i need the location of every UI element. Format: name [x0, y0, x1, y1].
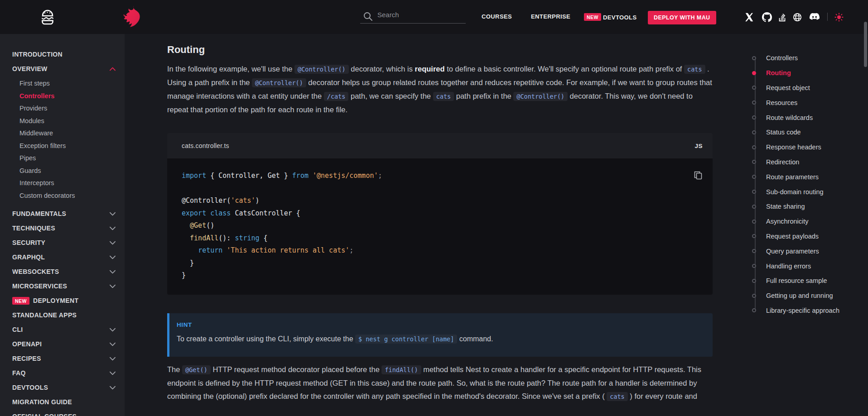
deploy-with-mau-button[interactable]: DEPLOY WITH MAU	[648, 11, 716, 24]
sidebar-section-label: FUNDAMENTALS	[12, 210, 66, 217]
sidebar-section-recipes[interactable]: RECIPES	[0, 351, 125, 366]
toc-item-sub-domain-routing[interactable]: Sub-domain routing	[752, 184, 868, 199]
github-icon[interactable]	[762, 12, 772, 22]
sidebar-section-official-courses[interactable]: OFFICIAL COURSES	[0, 409, 125, 416]
chevron-down-icon	[110, 342, 116, 346]
sidebar-item-guards[interactable]: Guards	[0, 165, 125, 177]
nav-enterprise[interactable]: ENTERPRISE	[531, 13, 570, 20]
sidebar-item-interceptors[interactable]: Interceptors	[0, 177, 125, 190]
sidebar-item-first-steps[interactable]: First steps	[0, 77, 125, 90]
new-badge: NEW	[12, 297, 29, 305]
code-line: import { Controller, Get } from '@nestjs…	[182, 170, 704, 182]
sidebar-item-providers[interactable]: Providers	[0, 102, 125, 115]
toc-item-routing[interactable]: Routing	[752, 66, 868, 81]
copy-icon[interactable]	[693, 170, 703, 180]
text-run: ) for every route and	[628, 392, 697, 400]
chevron-down-icon	[110, 328, 116, 332]
search-input[interactable]	[376, 10, 463, 19]
sidebar-section-standalone-apps[interactable]: STANDALONE APPS	[0, 308, 125, 322]
toc-item-handling-errors[interactable]: Handling errors	[752, 258, 868, 273]
toc-item-route-wildcards[interactable]: Route wildcards	[752, 110, 868, 125]
code-line: return 'This action returns all cats';	[182, 244, 704, 257]
sidebar-section-faq[interactable]: FAQ	[0, 366, 125, 380]
code-line	[182, 182, 704, 195]
sidebar-section-overview[interactable]: OVERVIEW	[0, 62, 125, 76]
toc-label: Redirection	[766, 158, 799, 166]
toc-item-query-parameters[interactable]: Query parameters	[752, 244, 868, 258]
chevron-up-icon	[110, 67, 116, 71]
toc-label: Routing	[766, 69, 791, 77]
sidebar-section-migration-guide[interactable]: MIGRATION GUIDE	[0, 395, 125, 409]
toc-item-status-code[interactable]: Status code	[752, 125, 868, 140]
toc-item-resources[interactable]: Resources	[752, 95, 868, 110]
toc-item-response-headers[interactable]: Response headers	[752, 140, 868, 155]
toc-bullet-icon	[752, 279, 756, 283]
inline-code: findAll()	[381, 365, 421, 374]
sidebar-section-label: MIGRATION GUIDE	[12, 398, 72, 406]
theme-toggle-sun-icon[interactable]	[834, 12, 844, 22]
sidebar-item-middleware[interactable]: Middleware	[0, 127, 125, 140]
toc-bullet-icon	[752, 115, 756, 120]
toc-item-request-object[interactable]: Request object	[752, 81, 868, 96]
sidebar-section-devtools[interactable]: DEVTOOLS	[0, 380, 125, 395]
code-line: @Controller('cats')	[182, 195, 704, 207]
stackoverflow-icon[interactable]	[777, 12, 787, 22]
text-run: to define a basic controller. We'll spec…	[445, 65, 684, 73]
toc-item-getting-up-and-running[interactable]: Getting up and running	[752, 288, 868, 303]
inline-code: /cats	[324, 92, 349, 101]
globe-icon[interactable]	[792, 12, 802, 22]
toc-label: Asynchronicity	[766, 218, 808, 225]
table-of-contents: ControllersRoutingRequest objectResource…	[752, 51, 868, 318]
text-run: decorator, which is	[349, 65, 415, 73]
sidebar-section-techniques[interactable]: TECHNIQUES	[0, 221, 125, 235]
toc-label: State sharing	[766, 203, 805, 210]
toc-bullet-icon	[752, 264, 756, 268]
text-run: HTTP request method decorator placed bef…	[211, 365, 382, 373]
language-toggle[interactable]: JS	[694, 143, 703, 149]
toc-item-state-sharing[interactable]: State sharing	[752, 199, 868, 214]
sidebar-item-pipes[interactable]: Pipes	[0, 152, 125, 165]
sidebar-section-security[interactable]: SECURITY	[0, 235, 125, 250]
nav-devtools[interactable]: NEW DEVTOOLS	[584, 13, 637, 21]
sidebar-section-websockets[interactable]: WEBSOCKETS	[0, 264, 125, 279]
toc-bullet-icon	[752, 190, 756, 194]
nestjs-logo[interactable]	[119, 4, 145, 29]
page-scrollbar[interactable]	[864, 22, 867, 67]
toc-label: Full resource sample	[766, 277, 827, 284]
toc-item-controllers[interactable]: Controllers	[752, 51, 868, 66]
toc-item-library-specific-approach[interactable]: Library-specific approach	[752, 303, 868, 318]
chevron-down-icon	[110, 284, 116, 288]
toc-bullet-icon	[752, 220, 756, 224]
x-twitter-icon[interactable]	[744, 12, 754, 22]
sidebar-item-exception-filters[interactable]: Exception filters	[0, 140, 125, 153]
sidebar-section-openapi[interactable]: OPENAPI	[0, 337, 125, 351]
sidebar-section-graphql[interactable]: GRAPHQL	[0, 250, 125, 264]
sidebar-section-label: STANDALONE APPS	[12, 311, 77, 319]
discord-icon[interactable]	[809, 12, 819, 22]
search-icon	[363, 11, 373, 21]
toc-item-redirection[interactable]: Redirection	[752, 155, 868, 170]
get-decorator-paragraph: The @Get() HTTP request method decorator…	[167, 363, 713, 403]
sidebar-item-modules[interactable]: Modules	[0, 115, 125, 128]
code-line: }	[182, 269, 704, 282]
sidebar-section-fundamentals[interactable]: FUNDAMENTALS	[0, 206, 125, 221]
menu-button[interactable]	[37, 6, 58, 27]
toc-item-full-resource-sample[interactable]: Full resource sample	[752, 273, 868, 288]
sidebar-section-deployment[interactable]: NEWDEPLOYMENT	[0, 293, 125, 308]
toc-item-request-payloads[interactable]: Request payloads	[752, 229, 868, 244]
toc-label: Request payloads	[766, 233, 819, 240]
nest-cat-icon	[119, 4, 145, 29]
inline-code: $ nest g controller [name]	[355, 335, 457, 344]
sidebar-section-cli[interactable]: CLI	[0, 322, 125, 337]
sidebar-item-controllers[interactable]: Controllers	[0, 90, 125, 103]
toc-item-route-parameters[interactable]: Route parameters	[752, 169, 868, 184]
nav-courses[interactable]: COURSES	[482, 13, 512, 20]
sidebar-section-label: FAQ	[12, 369, 26, 377]
toc-item-asynchronicity[interactable]: Asynchronicity	[752, 214, 868, 229]
sidebar-section-microservices[interactable]: MICROSERVICES	[0, 279, 125, 293]
text-run: In the following example, we'll use the	[167, 65, 294, 73]
sidebar-item-custom-decorators[interactable]: Custom decorators	[0, 190, 125, 202]
code-line: findAll(): string {	[182, 232, 704, 245]
sidebar-section-introduction[interactable]: INTRODUCTION	[0, 47, 125, 62]
chevron-down-icon	[110, 255, 116, 259]
